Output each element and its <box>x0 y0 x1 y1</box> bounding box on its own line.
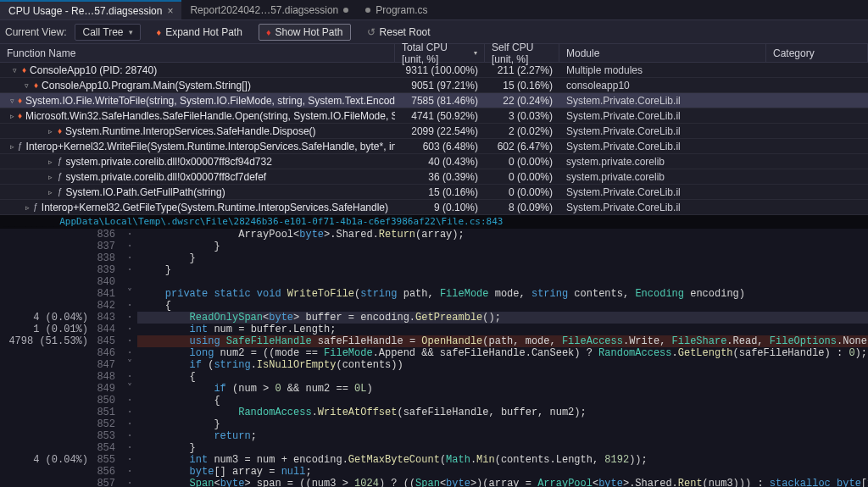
code-line[interactable]: 854· } <box>0 442 868 454</box>
fold-gutter: · <box>122 454 137 466</box>
code-line[interactable]: 848· { <box>0 371 868 383</box>
tab-program-cs[interactable]: Program.cs <box>357 0 436 19</box>
line-metric: 4 (0.04%) <box>0 454 93 466</box>
code-line[interactable]: 841˅ private static void WriteToFile(str… <box>0 288 868 300</box>
self-cpu: 22 (0.24%) <box>485 95 559 107</box>
table-row[interactable]: ▿♦ConsoleApp10 (PID: 28740)9311 (100.00%… <box>0 63 868 78</box>
expander-icon[interactable]: ▹ <box>46 127 54 136</box>
code-line[interactable]: 1 (0.01%)844· int num = buffer.Length; <box>0 324 868 335</box>
table-row[interactable]: ▹ƒInterop+Kernel32.GetFileType(System.Ru… <box>0 200 868 215</box>
code-line[interactable]: 839· } <box>0 264 868 276</box>
fold-gutter: · <box>122 300 137 312</box>
expander-icon[interactable]: ▹ <box>25 203 30 212</box>
total-cpu: 9311 (100.00%) <box>395 64 485 76</box>
expand-hot-path-button[interactable]: ♦ Expand Hot Path <box>149 24 250 41</box>
table-row[interactable]: ▹ƒsystem.private.corelib.dll!0x00007ff8c… <box>0 154 868 169</box>
table-row[interactable]: ▹ƒSystem.IO.Path.GetFullPath(string)15 (… <box>0 185 868 200</box>
table-row[interactable]: ▹ƒInterop+Kernel32.WriteFile(System.Runt… <box>0 139 868 154</box>
table-row[interactable]: ▿♦ConsoleApp10.Program.Main(System.Strin… <box>0 78 868 93</box>
fold-gutter: · <box>122 418 137 430</box>
col-category[interactable]: Category <box>766 44 868 62</box>
fold-gutter[interactable]: ˅ <box>122 359 137 371</box>
close-icon[interactable]: × <box>167 5 173 17</box>
source-text: if (string.IsNullOrEmpty(contents)) <box>137 359 868 371</box>
code-line[interactable]: 850· { <box>0 395 868 407</box>
code-line[interactable]: 4 (0.04%)855· int num3 = num + encoding.… <box>0 454 868 466</box>
function-name: system.private.corelib.dll!0x00007ff8cf7… <box>66 171 267 183</box>
line-number: 840 <box>93 276 122 288</box>
expander-icon[interactable]: ▹ <box>10 142 14 151</box>
line-number: 853 <box>93 430 122 442</box>
source-text: using SafeFileHandle safeFileHandle = Op… <box>137 335 868 347</box>
code-line[interactable]: 853· return; <box>0 430 868 442</box>
expander-icon[interactable]: ▹ <box>10 112 14 120</box>
fold-gutter[interactable]: ˅ <box>122 383 137 395</box>
button-label: Show Hot Path <box>275 26 343 38</box>
line-number: 855 <box>93 454 122 466</box>
expander-icon[interactable]: ▹ <box>46 158 54 166</box>
table-row[interactable]: ▹♦Microsoft.Win32.SafeHandles.SafeFileHa… <box>0 108 868 124</box>
reset-root-button[interactable]: ↺ Reset Root <box>359 24 438 41</box>
expander-icon[interactable]: ▿ <box>10 66 19 75</box>
function-name: Microsoft.Win32.SafeHandles.SafeFileHand… <box>25 110 395 122</box>
fold-gutter: · <box>122 241 137 252</box>
total-cpu: 9051 (97.21%) <box>395 80 485 91</box>
code-line[interactable]: 837· } <box>0 241 868 252</box>
source-text: } <box>137 252 868 264</box>
source-text: int num3 = num + encoding.GetMaxByteCoun… <box>137 454 868 466</box>
source-text: } <box>137 264 868 276</box>
code-line[interactable]: 840 <box>0 276 868 288</box>
code-line[interactable]: 846· long num2 = ((mode == FileMode.Appe… <box>0 347 868 359</box>
tab-diagsession-active[interactable]: CPU Usage - Re…57.diagsession × <box>0 0 181 19</box>
table-row[interactable]: ▿♦System.IO.File.WriteToFile(string, Sys… <box>0 93 868 108</box>
fold-gutter: · <box>122 466 137 478</box>
fold-gutter <box>122 276 137 288</box>
self-cpu: 3 (0.03%) <box>485 110 559 122</box>
line-metric <box>0 300 93 312</box>
line-number: 848 <box>93 371 122 383</box>
fold-gutter: · <box>122 478 137 487</box>
col-function[interactable]: Function Name <box>0 44 395 62</box>
line-metric <box>0 288 93 300</box>
line-metric <box>0 371 93 383</box>
code-line[interactable]: 857· Span<byte> span = ((num3 > 1024) ? … <box>0 478 868 487</box>
show-hot-path-button[interactable]: ♦ Show Hot Path <box>259 24 351 41</box>
line-number: 849 <box>93 383 122 395</box>
table-row[interactable]: ▹ƒsystem.private.corelib.dll!0x00007ff8c… <box>0 169 868 185</box>
col-total-cpu[interactable]: Total CPU [unit, %]▾ <box>395 44 485 62</box>
flame-icon: ♦ <box>58 126 62 136</box>
code-line[interactable]: 852· } <box>0 418 868 430</box>
code-line[interactable]: 4798 (51.53%)845· using SafeFileHandle s… <box>0 335 868 347</box>
flame-icon: ♦ <box>34 80 38 90</box>
tab-report[interactable]: Report2024042…57.diagsession <box>181 0 357 19</box>
line-metric: 4 (0.04%) <box>0 312 93 324</box>
expander-icon[interactable]: ▹ <box>46 188 54 196</box>
view-select[interactable]: Call Tree ▾ <box>75 24 140 41</box>
code-line[interactable]: 838· } <box>0 252 868 264</box>
total-cpu: 2099 (22.54%) <box>395 125 485 137</box>
self-cpu: 602 (6.47%) <box>485 141 559 152</box>
code-line[interactable]: 836· ArrayPool<byte>.Shared.Return(array… <box>0 229 868 241</box>
line-metric <box>0 466 93 478</box>
code-line[interactable]: 4 (0.04%)843· ReadOnlySpan<byte> buffer … <box>0 312 868 324</box>
line-metric <box>0 383 93 395</box>
code-line[interactable]: 849˅ if (num > 0 && num2 == 0L) <box>0 383 868 395</box>
total-cpu: 9 (0.10%) <box>395 202 485 213</box>
line-metric <box>0 229 93 241</box>
expander-icon[interactable]: ▿ <box>22 81 31 90</box>
expander-icon[interactable]: ▿ <box>10 97 14 105</box>
line-metric <box>0 478 93 487</box>
fold-gutter: · <box>122 312 137 324</box>
table-row[interactable]: ▹♦System.Runtime.InteropServices.SafeHan… <box>0 124 868 139</box>
fold-gutter: · <box>122 395 137 407</box>
fold-gutter[interactable]: ˅ <box>122 288 137 300</box>
self-cpu: 2 (0.02%) <box>485 125 559 137</box>
expander-icon[interactable]: ▹ <box>46 173 54 181</box>
code-line[interactable]: 856· byte[] array = null; <box>0 466 868 478</box>
col-module[interactable]: Module <box>559 44 766 62</box>
code-line[interactable]: 842· { <box>0 300 868 312</box>
fold-gutter: · <box>122 430 137 442</box>
col-self-cpu[interactable]: Self CPU [unit, %] <box>485 44 559 62</box>
code-line[interactable]: 847˅ if (string.IsNullOrEmpty(contents)) <box>0 359 868 371</box>
code-line[interactable]: 851· RandomAccess.WriteAtOffset(safeFile… <box>0 407 868 418</box>
